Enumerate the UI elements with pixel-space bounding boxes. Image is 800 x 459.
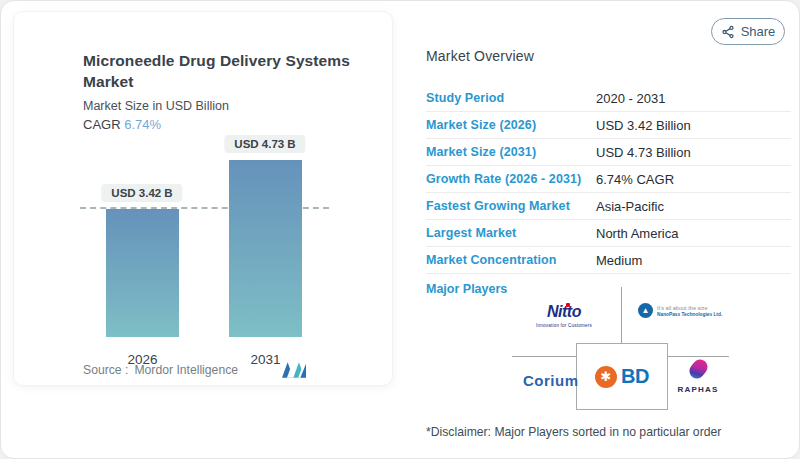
share-icon (721, 25, 735, 39)
row-label: Market Size (2026) (426, 118, 596, 132)
panel-heading: Market Overview (426, 48, 534, 64)
row-label: Fastest Growing Market (426, 199, 596, 213)
table-row: Fastest Growing MarketAsia-Pacific (426, 193, 791, 220)
row-value: Medium (596, 253, 642, 268)
bar-2026 (106, 209, 179, 337)
nanopass-name: NanoPass Technologies Ltd. (657, 312, 722, 317)
table-row: Growth Rate (2026 - 2031)6.74% CAGR (426, 166, 791, 193)
bd-wordmark: BD (621, 365, 649, 388)
table-row: Market Size (2026)USD 3.42 Billion (426, 112, 791, 139)
row-value: 2020 - 2031 (596, 91, 665, 106)
row-value: 6.74% CAGR (596, 172, 674, 187)
source-value: Mordor Intelligence (134, 363, 238, 377)
chart-title: Microneedle Drug Delivery Systems Market (83, 50, 351, 92)
cagr-line: CAGR 6.74% (83, 117, 392, 132)
cagr-label: CAGR (83, 117, 121, 132)
share-button-label: Share (741, 24, 776, 39)
row-value: Asia-Pacific (596, 199, 664, 214)
bar-2031 (229, 160, 302, 337)
player-logo-nanopass: ▲ It's all about the size NanoPass Techn… (638, 303, 722, 318)
market-overview-panel: Share Market Overview Study Period2020 -… (411, 1, 800, 459)
nitto-tagline: Innovation for Customers (533, 323, 595, 328)
row-label: Growth Rate (2026 - 2031) (426, 172, 596, 186)
player-logo-nitto: Nitto Innovation for Customers (533, 303, 595, 328)
row-value: North America (596, 226, 678, 241)
nanopass-logo-icon: ▲ (638, 303, 653, 318)
nanopass-tagline: It's all about the size (657, 305, 722, 311)
nitto-red-dot-icon (566, 303, 570, 307)
player-logo-raphas: RAPHAS (676, 359, 720, 394)
row-value: USD 3.42 Billion (596, 118, 691, 133)
table-row: Market Size (2031)USD 4.73 Billion (426, 139, 791, 166)
major-players-label: Major Players (426, 282, 507, 296)
nitto-wordmark: Nitto (547, 304, 581, 320)
share-button[interactable]: Share (711, 18, 785, 45)
player-logo-corium: Corium (523, 372, 579, 389)
row-label: Market Concentration (426, 253, 596, 267)
row-label: Market Size (2031) (426, 145, 596, 159)
bar-value-label-2031: USD 4.73 B (224, 135, 305, 153)
mordor-intelligence-logo-icon (282, 362, 306, 378)
table-row: Study Period2020 - 2031 (426, 85, 791, 112)
bar-value-label-2026: USD 3.42 B (101, 184, 182, 202)
market-chart-card: Microneedle Drug Delivery Systems Market… (13, 11, 393, 386)
source-attribution: Source :Mordor Intelligence (83, 363, 238, 377)
raphas-wordmark: RAPHAS (676, 385, 720, 394)
connector-vertical-line (621, 287, 622, 343)
players-disclaimer: *Disclaimer: Major Players sorted in no … (426, 425, 721, 439)
row-label: Largest Market (426, 226, 596, 240)
chart-header: Microneedle Drug Delivery Systems Market… (14, 12, 392, 132)
raphas-logo-icon (686, 357, 710, 382)
bd-logo-icon: ✱ (595, 366, 617, 388)
row-label: Study Period (426, 91, 596, 105)
bar-chart: USD 3.42 B USD 4.73 B 2026 2031 (14, 137, 392, 337)
row-value: USD 4.73 Billion (596, 145, 691, 160)
infographic-frame: Microneedle Drug Delivery Systems Market… (0, 0, 800, 459)
table-row: Largest MarketNorth America (426, 220, 791, 247)
cagr-value: 6.74% (124, 117, 161, 132)
player-logo-bd: ✱ BD (576, 343, 668, 410)
overview-table: Study Period2020 - 2031 Market Size (202… (426, 85, 791, 274)
table-row: Market ConcentrationMedium (426, 247, 791, 274)
source-label: Source : (83, 363, 128, 377)
chart-subtitle: Market Size in USD Billion (83, 99, 392, 113)
